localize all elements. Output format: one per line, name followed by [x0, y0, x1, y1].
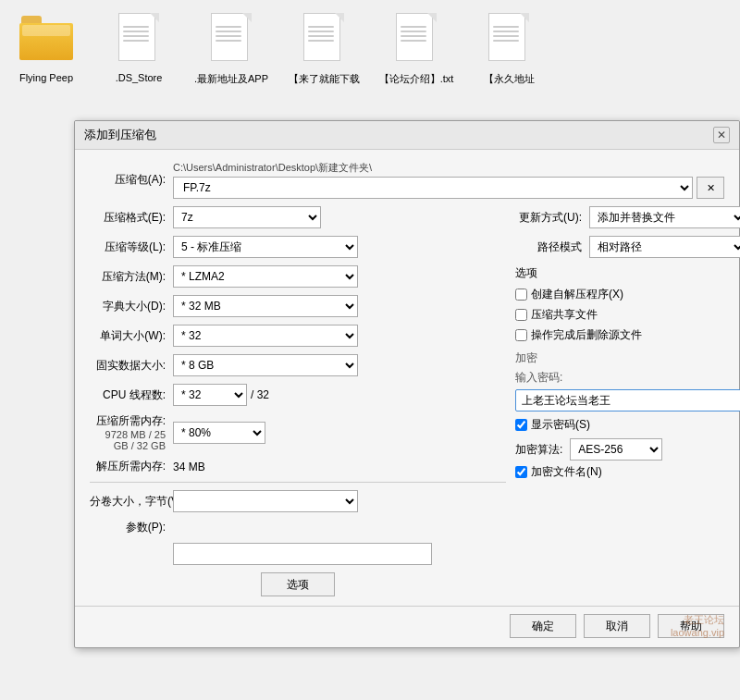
desktop-item-flying-peep[interactable]: Flying Peep [5, 9, 88, 83]
file-icon [479, 9, 538, 68]
shared-checkbox-row: 压缩共享文件 [515, 307, 740, 323]
file-icon [202, 9, 261, 68]
desktop-item-label: .DS_Store [116, 72, 163, 83]
mem-label: 压缩所需内存: [90, 413, 166, 429]
close-button[interactable]: ✕ [713, 127, 730, 143]
decomp-row: 解压所需内存: 34 MB [90, 459, 506, 474]
archive-label: 压缩包(A): [90, 172, 173, 188]
word-label: 单词大小(W): [90, 328, 173, 344]
dialog-title: 添加到压缩包 [84, 127, 156, 143]
left-column: 压缩格式(E): 7z 压缩等级(L): 5 - 标准压缩 压缩方法(M): [90, 206, 506, 596]
method-label: 压缩方法(M): [90, 269, 173, 285]
show-password-row: 显示密码(S) [515, 417, 740, 433]
selfext-label: 创建自解压程序(X) [531, 287, 623, 302]
params-input-row [173, 543, 506, 565]
file-icon [294, 9, 353, 68]
cpu-select[interactable]: * 32 [173, 384, 247, 406]
encrypt-filename-label: 加密文件名(N) [531, 464, 602, 480]
level-select[interactable]: 5 - 标准压缩 [173, 236, 358, 258]
path-mode-select[interactable]: 相对路径 [589, 236, 740, 258]
method-select[interactable]: * LZMA2 [173, 265, 358, 288]
desktop-item-ds-store[interactable]: .DS_Store [97, 9, 180, 83]
path-mode-label: 路径模式 [515, 239, 589, 255]
help-button[interactable]: 帮助 [658, 614, 724, 638]
dict-row: 字典大小(D): * 32 MB [90, 295, 506, 317]
dict-select[interactable]: * 32 MB [173, 295, 358, 317]
mem-select[interactable]: * 80% [173, 422, 265, 444]
desktop-item-label: 【论坛介绍】.txt [379, 72, 454, 86]
desktop-item-label: .最新地址及APP [194, 72, 268, 86]
desktop-item-forum-intro[interactable]: 【论坛介绍】.txt [375, 9, 458, 86]
level-row: 压缩等级(L): 5 - 标准压缩 [90, 236, 506, 258]
divider1 [90, 482, 506, 483]
show-password-checkbox[interactable] [515, 419, 527, 431]
delete-checkbox[interactable] [515, 329, 527, 341]
encrypt-section-title: 加密 [515, 350, 740, 366]
options-section: 选项 创建自解压程序(X) 压缩共享文件 操作完成后删除源文件 [515, 265, 740, 343]
archive-path-row: 压缩包(A): C:\Users\Administrator\Desktop\新… [90, 161, 724, 199]
volume-row: 分卷大小，字节(V): [90, 490, 506, 512]
format-row: 压缩格式(E): 7z [90, 206, 506, 228]
desktop-item-label: 【永久地址 [484, 72, 535, 86]
browse-button[interactable]: ✕ [697, 177, 724, 199]
dict-label: 字典大小(D): [90, 299, 173, 314]
params-label: 参数(P): [90, 520, 173, 535]
params-row: 参数(P): [90, 520, 506, 535]
update-label: 更新方式(U): [515, 210, 589, 226]
ok-button[interactable]: 确定 [510, 614, 576, 638]
archive-path-hint: C:\Users\Administrator\Desktop\新建文件夹\ [173, 161, 724, 175]
folder-icon [17, 9, 76, 68]
archive-path-control: C:\Users\Administrator\Desktop\新建文件夹\ FP… [173, 161, 724, 199]
mem-sub-label: 9728 MB / 25 GB / 32 GB [90, 429, 166, 451]
volume-select[interactable] [173, 490, 358, 512]
desktop-item-label: Flying Peep [19, 72, 73, 83]
desktop-item-permanent-addr[interactable]: 【永久地址 [467, 9, 550, 86]
cancel-button[interactable]: 取消 [584, 614, 650, 638]
volume-label: 分卷大小，字节(V): [90, 494, 173, 510]
selfext-checkbox-row: 创建自解压程序(X) [515, 287, 740, 302]
encrypt-algo-row: 加密算法: AES-256 [515, 438, 740, 461]
desktop-item-come-download[interactable]: 【来了就能下载 [282, 9, 365, 86]
solid-row: 固实数据大小: * 8 GB [90, 354, 506, 376]
encrypt-algo-select[interactable]: AES-256 [570, 438, 662, 461]
shared-checkbox[interactable] [515, 309, 527, 321]
selfext-checkbox[interactable] [515, 289, 527, 301]
dialog-footer: 确定 取消 帮助 老王论坛 laowang.vip [75, 606, 739, 647]
options-button[interactable]: 选项 [261, 572, 335, 596]
decomp-value: 34 MB [173, 461, 205, 473]
options-btn-row: 选项 [90, 572, 506, 596]
dialog-titlebar: 添加到压缩包 ✕ [75, 121, 739, 150]
file-icon [109, 9, 168, 68]
mem-compress-row: 压缩所需内存: 9728 MB / 25 GB / 32 GB * 80% [90, 413, 506, 451]
options-section-title: 选项 [515, 265, 740, 281]
cpu-slash: / 32 [251, 388, 269, 401]
cpu-control: * 32 / 32 [173, 384, 269, 406]
desktop-item-label: 【来了就能下载 [289, 72, 360, 86]
path-mode-row: 路径模式 相对路径 [515, 236, 740, 258]
format-select[interactable]: 7z [173, 206, 321, 228]
encrypt-password-input[interactable] [515, 389, 740, 411]
method-row: 压缩方法(M): * LZMA2 [90, 265, 506, 288]
cpu-label: CPU 线程数: [90, 387, 173, 403]
level-label: 压缩等级(L): [90, 239, 173, 255]
encrypt-filename-row: 加密文件名(N) [515, 464, 740, 480]
solid-label: 固实数据大小: [90, 358, 173, 374]
word-row: 单词大小(W): * 32 [90, 325, 506, 347]
dialog-body: 压缩包(A): C:\Users\Administrator\Desktop\新… [75, 150, 739, 606]
word-select[interactable]: * 32 [173, 325, 358, 347]
mem-label-stack: 压缩所需内存: 9728 MB / 25 GB / 32 GB [90, 413, 173, 451]
encrypt-algo-label: 加密算法: [515, 442, 562, 458]
decomp-label: 解压所需内存: [90, 459, 173, 474]
encrypt-filename-checkbox[interactable] [515, 466, 527, 478]
main-two-col: 压缩格式(E): 7z 压缩等级(L): 5 - 标准压缩 压缩方法(M): [90, 206, 724, 596]
params-input[interactable] [173, 543, 432, 565]
format-label: 压缩格式(E): [90, 210, 173, 226]
update-select[interactable]: 添加并替换文件 [589, 206, 740, 228]
desktop-item-latest-addr[interactable]: .最新地址及APP [190, 9, 273, 86]
show-password-label: 显示密码(S) [531, 417, 590, 433]
cpu-row: CPU 线程数: * 32 / 32 [90, 384, 506, 406]
solid-select[interactable]: * 8 GB [173, 354, 358, 376]
add-archive-dialog: 添加到压缩包 ✕ 压缩包(A): C:\Users\Administrator\… [74, 120, 740, 648]
archive-filename-select[interactable]: FP.7z [173, 177, 693, 199]
file-icon [387, 9, 446, 68]
